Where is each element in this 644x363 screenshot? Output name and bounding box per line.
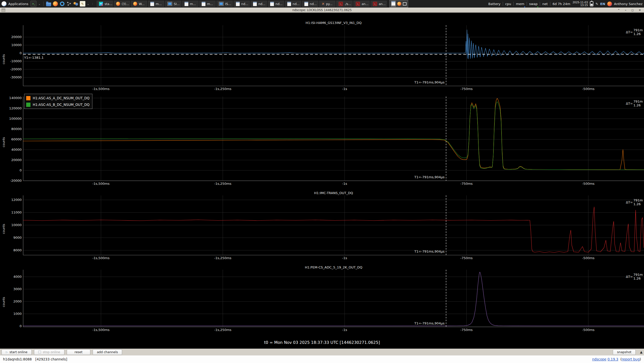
window-switcher — [389, 0, 408, 8]
window-icon — [304, 2, 308, 6]
monitor-icon — [167, 2, 172, 6]
window-icon — [270, 2, 274, 6]
taskbar-window-label: nd... — [258, 2, 265, 6]
taskbar-window-label: nd... — [293, 2, 300, 6]
monitor-icon — [219, 2, 224, 6]
taskbar-window-label: nd... — [275, 2, 282, 6]
browser-launcher-icon[interactable] — [59, 1, 65, 7]
users-launcher-icon[interactable] — [73, 1, 79, 7]
taskbar-window-button[interactable]: nd... — [268, 1, 284, 7]
start-online-button[interactable]: ▷ start online — [2, 349, 32, 355]
window-icon — [236, 2, 240, 6]
control-bar: ▷ start online stop online reset add cha… — [0, 349, 644, 355]
taskbar-window-button[interactable]: SI... — [165, 1, 181, 7]
taskbar-indicators: Battery cpu mem swap net 6d 7h 24m 2025-… — [488, 1, 642, 7]
taskbar-window-button[interactable]: >_an... — [353, 1, 370, 7]
snapshot-button[interactable]: snapshot — [613, 349, 636, 355]
cpu-indicator[interactable]: cpu — [505, 2, 512, 6]
taskbar-window-label: m... — [207, 2, 213, 6]
chevron-down-icon[interactable]: ⌄ — [87, 3, 89, 5]
python-icon: ✕ — [321, 2, 325, 6]
terminal-red-icon: >_ — [339, 2, 343, 6]
panel-handle: ⋮ — [91, 3, 94, 5]
distro-logo-icon[interactable] — [2, 1, 7, 6]
taskbar-window-button[interactable]: IS... — [217, 1, 233, 7]
nds-server: h1daqnds1:8088 — [3, 357, 32, 361]
window-icon — [150, 2, 154, 6]
taskbar-window-button[interactable]: nd... — [285, 1, 301, 7]
taskbar-window-button[interactable]: m... — [148, 1, 164, 7]
window-title: ndscope: LOCKLOSS 1446230271.0625 — [0, 8, 644, 12]
taskbar-window-button[interactable]: W... — [131, 1, 147, 7]
stop-online-button[interactable]: stop online — [34, 349, 64, 355]
taskbar-window-button[interactable]: PCsta... — [97, 1, 113, 7]
reset-button[interactable]: reset — [67, 349, 90, 355]
chevron-down-icon[interactable]: ⌄ — [38, 3, 40, 5]
taskbar-window-button[interactable]: nd... — [251, 1, 267, 7]
add-channels-button[interactable]: add channels — [93, 349, 122, 355]
bug-suffix: ) — [640, 357, 641, 361]
taskbar-window-label: (3)... — [122, 2, 129, 6]
taskbar-window-button[interactable]: nd... — [302, 1, 318, 7]
battery-indicator[interactable]: Battery — [488, 2, 501, 6]
firefox-icon — [116, 2, 120, 6]
close-button[interactable]: ✕ — [639, 9, 641, 12]
report-bug-link[interactable]: report bug — [622, 357, 640, 361]
user-name[interactable]: Anthony Sanchez — [614, 2, 642, 6]
taskbar-window-label: sta... — [104, 2, 112, 6]
ndscope-link[interactable]: ndscope — [592, 357, 606, 361]
window-button-list: PCsta...(3)...W...m...SI...m...m...IS...… — [97, 1, 387, 7]
status-bar: h1daqnds1:8088 [429233 channels] ndscope… — [0, 355, 644, 363]
window-icon — [253, 2, 257, 6]
share-launcher-icon[interactable] — [66, 1, 72, 7]
taskbar-window-label: an... — [379, 2, 386, 6]
net-indicator[interactable]: net — [542, 2, 548, 6]
scope-canvas[interactable] — [0, 0, 644, 363]
taskbar-window-label: ./s... — [344, 2, 351, 6]
window-icon — [287, 2, 291, 6]
window-icon — [185, 2, 188, 6]
firefox-launcher-icon[interactable] — [53, 1, 58, 7]
window-icon — [202, 2, 205, 6]
maximize-button[interactable]: ◻ — [631, 9, 634, 12]
taskbar-window-button[interactable]: (3)... — [114, 1, 130, 7]
taskbar-window-label: m... — [156, 2, 162, 6]
terminal-launcher-icon[interactable]: >_ — [30, 1, 37, 7]
separator — [43, 2, 44, 6]
firefox-icon — [133, 2, 137, 6]
swap-indicator[interactable]: swap — [529, 2, 538, 6]
files-launcher-icon[interactable] — [46, 1, 51, 7]
taskbar-window-button[interactable]: m... — [199, 1, 216, 7]
terminal-red-icon: >_ — [373, 2, 377, 6]
user-avatar[interactable] — [607, 2, 612, 6]
clock-time: 13:15 — [580, 4, 588, 7]
keyboard-layout[interactable]: EN — [600, 2, 605, 6]
battery-icon[interactable] — [590, 1, 593, 6]
pen-icon[interactable]: ✎ — [595, 2, 598, 6]
version-link[interactable]: 0.19.3 — [607, 357, 618, 361]
mem-indicator[interactable]: mem — [516, 2, 524, 6]
firefox-window-icon[interactable] — [397, 2, 401, 6]
terminal-red-icon: >_ — [356, 2, 360, 6]
minimize-button[interactable]: – — [625, 9, 626, 12]
taskbar-window-label: IS... — [225, 2, 231, 6]
taskbar-window-button[interactable]: ✕py... — [319, 1, 335, 7]
notes-launcher-icon[interactable]: ✎ — [80, 1, 85, 7]
taskbar-window-button[interactable]: nd... — [234, 1, 250, 7]
applications-menu[interactable]: Applications — [8, 2, 28, 6]
pycharm-icon: PC — [99, 2, 103, 6]
taskbar-window-label: m... — [190, 2, 196, 6]
active-window-icon[interactable] — [391, 1, 396, 7]
expander-triangle-icon[interactable]: ▲ — [640, 350, 642, 354]
channel-count: [429233 channels] — [35, 357, 67, 361]
taskbar-window-button[interactable]: m... — [182, 1, 198, 7]
window-titlebar[interactable]: ndscope: LOCKLOSS 1446230271.0625 ⌃ – ◻ … — [0, 8, 644, 13]
taskbar-window-button[interactable]: >_./s... — [336, 1, 352, 7]
clock[interactable]: 2025-11-03 13:15 — [573, 1, 588, 7]
taskbar-window-button[interactable]: >_an... — [371, 1, 387, 7]
taskbar-window-label: nd... — [241, 2, 248, 6]
window-outline-icon[interactable] — [403, 2, 407, 6]
taskbar-window-label: nd... — [310, 2, 317, 6]
taskbar-window-label: W... — [139, 2, 145, 6]
shade-button[interactable]: ⌃ — [618, 9, 620, 12]
